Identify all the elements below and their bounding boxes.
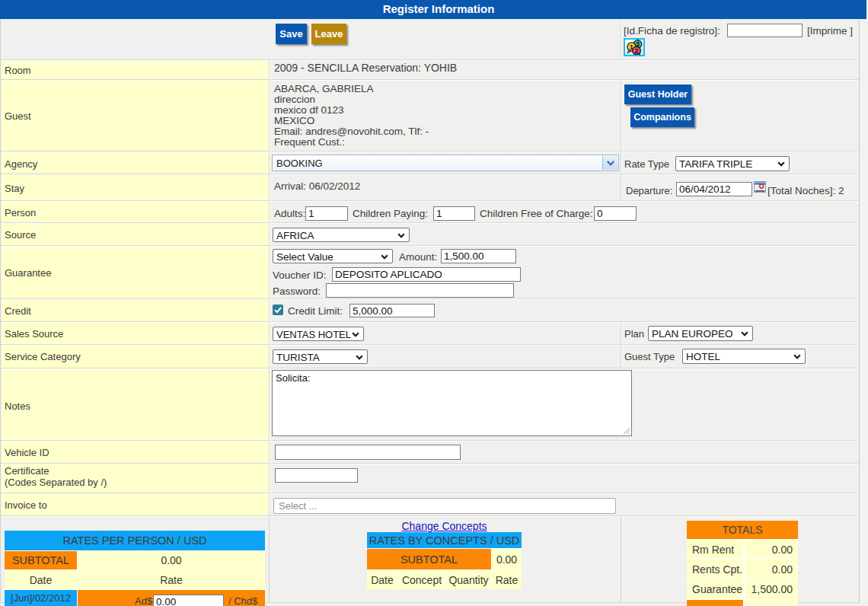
svg-text:2: 2: [634, 46, 638, 55]
